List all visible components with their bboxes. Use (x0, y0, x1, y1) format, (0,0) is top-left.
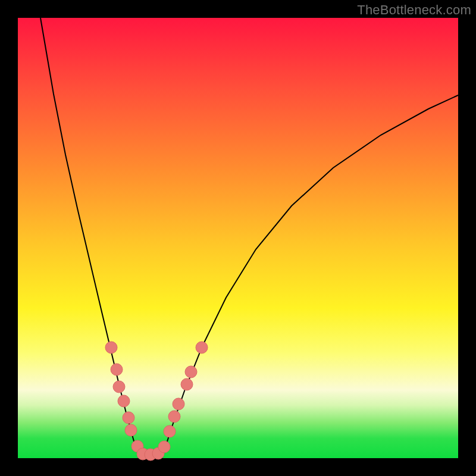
data-marker (196, 342, 208, 353)
data-marker (111, 364, 123, 375)
curve-path (40, 18, 458, 458)
data-marker (105, 342, 117, 353)
data-marker (125, 424, 137, 436)
data-marker (123, 412, 134, 424)
plot-area (18, 18, 458, 458)
data-markers (105, 342, 208, 461)
data-marker (173, 398, 184, 410)
data-marker (164, 425, 176, 437)
data-marker (185, 366, 197, 378)
watermark-label: TheBottleneck.com (357, 2, 471, 18)
data-marker (168, 411, 180, 422)
data-marker (181, 378, 193, 390)
data-marker (118, 395, 130, 407)
chart-svg (18, 18, 458, 458)
bottleneck-curve (40, 18, 458, 458)
data-marker (113, 381, 125, 393)
chart-frame: TheBottleneck.com (0, 0, 476, 476)
data-marker (158, 441, 170, 453)
